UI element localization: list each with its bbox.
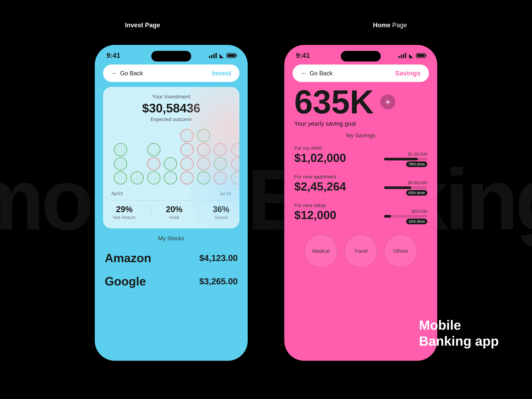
- progress-bar-amg: [384, 158, 418, 160]
- status-icons-savings: ◣: [399, 52, 426, 59]
- savings-nav-bar: ← Go Back Savings: [293, 64, 429, 82]
- signal-icon: [209, 53, 217, 58]
- wifi-icon-savings: ◣: [409, 52, 413, 59]
- svg-point-9: [147, 171, 160, 184]
- svg-point-35: [214, 171, 227, 184]
- svg-point-19: [181, 171, 193, 184]
- dynamic-island-invest: [151, 51, 191, 62]
- saving-amount-amg: $1,02,000: [294, 152, 346, 165]
- saving-label-setup: For new setup: [294, 203, 427, 208]
- saving-amount-setup: $12,000: [294, 209, 336, 222]
- invest-phone: 9:41 ◣ ← Go Back Invest Your Investment: [95, 45, 248, 361]
- progress-bar-bg-setup: [384, 215, 427, 218]
- saving-item-apartment[interactable]: For new apartment $2,45,264 $3,68,000 63…: [284, 171, 437, 199]
- category-medical[interactable]: Medical: [304, 234, 337, 268]
- saving-label-apartment: For new apartment: [294, 174, 427, 180]
- svg-point-45: [231, 143, 239, 156]
- bubble-chart: [111, 127, 231, 189]
- progress-bar-bg-apartment: [384, 186, 427, 189]
- svg-point-7: [131, 171, 144, 184]
- investment-card: Your Investment $30,58436 Expected outco…: [103, 87, 239, 228]
- stat-divider-2: [197, 204, 198, 220]
- stat-divider-1: [151, 204, 151, 220]
- status-time-savings: 9:41: [296, 51, 310, 59]
- stock-value-amazon: $4,123.00: [199, 253, 238, 263]
- stock-item-google[interactable]: Google $3,265.00: [105, 270, 238, 293]
- back-arrow-icon: ←: [111, 70, 118, 77]
- category-others[interactable]: Others: [384, 234, 417, 268]
- svg-point-17: [164, 158, 177, 170]
- savings-page-label: Home Page: [373, 22, 407, 29]
- status-time-invest: 9:41: [106, 51, 120, 59]
- signal-icon-savings: [399, 53, 406, 58]
- saving-item-setup[interactable]: For new setup $12,000 $30,000 16% done: [284, 199, 437, 228]
- svg-point-29: [197, 158, 210, 170]
- my-savings-title: My Savings: [284, 132, 437, 139]
- hold-label: Hold: [166, 215, 183, 220]
- invest-back-button[interactable]: ← Go Back: [111, 70, 143, 77]
- invest-action-label[interactable]: Invest: [212, 70, 231, 77]
- category-travel[interactable]: Travel: [344, 234, 377, 268]
- saving-amount-apartment: $2,45,264: [294, 180, 346, 193]
- invest-page-label: Invest Page: [125, 22, 160, 29]
- svg-point-21: [181, 158, 193, 170]
- progress-bar-apartment: [384, 186, 411, 189]
- saved-label: Saved: [213, 215, 229, 220]
- savings-big-amount-section: 635K +: [284, 82, 437, 119]
- dynamic-island-savings: [341, 51, 381, 62]
- svg-point-1: [114, 171, 127, 184]
- battery-icon-savings: [416, 53, 426, 58]
- saving-goal-apartment: $3,68,000: [384, 180, 427, 185]
- progress-bar-setup: [384, 215, 391, 218]
- add-button[interactable]: +: [380, 95, 395, 109]
- chart-dates: Apr22 Jul 22: [111, 191, 231, 196]
- back-arrow-icon-savings: ←: [301, 70, 307, 77]
- svg-point-31: [197, 143, 210, 156]
- done-badge-apartment: 63% done: [406, 190, 427, 196]
- invest-stats: 29% Net Return 20% Hold 36% Saved: [111, 204, 231, 220]
- svg-point-15: [164, 171, 177, 184]
- invest-nav-bar: ← Go Back Invest: [103, 64, 239, 82]
- savings-phone: 9:41 ◣ ← Go Back Savings 635K +: [284, 45, 437, 361]
- stock-item-amazon[interactable]: Amazon $4,123.00: [105, 247, 238, 270]
- svg-point-3: [114, 158, 127, 170]
- stocks-title: My Stocks: [105, 235, 238, 241]
- savings-back-button[interactable]: ← Go Back: [301, 70, 332, 77]
- investment-amount: $30,58436: [111, 101, 231, 115]
- svg-point-43: [231, 158, 239, 170]
- svg-point-5: [114, 143, 127, 156]
- saved-value: 36%: [213, 204, 229, 214]
- status-icons-invest: ◣: [209, 52, 236, 59]
- saved-stat: 36% Saved: [213, 204, 229, 220]
- stock-name-google: Google: [105, 274, 146, 288]
- savings-action-label[interactable]: Savings: [395, 70, 421, 77]
- saving-item-amg[interactable]: For my AMG $1,02,000 $1,30,000 78% done: [284, 142, 437, 171]
- saving-label-amg: For my AMG: [294, 145, 427, 151]
- svg-point-23: [181, 143, 193, 156]
- svg-point-11: [147, 158, 160, 170]
- saving-goal-setup: $30,000: [384, 209, 427, 214]
- net-return-value: 29%: [113, 204, 135, 214]
- stats-divider: [111, 200, 231, 201]
- savings-big-value: 635K: [294, 85, 374, 119]
- wifi-icon: ◣: [219, 52, 224, 59]
- svg-point-27: [197, 171, 210, 184]
- svg-point-13: [147, 143, 160, 156]
- net-return-stat: 29% Net Return: [113, 204, 135, 220]
- phones-container: 9:41 ◣ ← Go Back Invest Your Investment: [95, 45, 437, 361]
- svg-point-37: [214, 158, 227, 170]
- hold-stat: 20% Hold: [166, 204, 183, 220]
- svg-point-41: [231, 171, 239, 184]
- branding-text: Mobile Banking app: [419, 317, 499, 349]
- stock-value-google: $3,265.00: [199, 276, 238, 286]
- svg-point-39: [214, 143, 227, 156]
- stocks-section: My Stocks Amazon $4,123.00 Google $3,265…: [95, 228, 248, 293]
- battery-icon: [226, 53, 236, 58]
- done-badge-setup: 16% done: [406, 219, 427, 224]
- saving-goal-amg: $1,30,000: [384, 152, 427, 157]
- bubble-chart-svg: [111, 129, 239, 185]
- svg-point-33: [197, 129, 210, 142]
- page-labels: Invest Page Home Page: [0, 22, 532, 29]
- categories-section: Medical Travel Others: [284, 228, 437, 274]
- progress-bar-bg-amg: [384, 158, 427, 160]
